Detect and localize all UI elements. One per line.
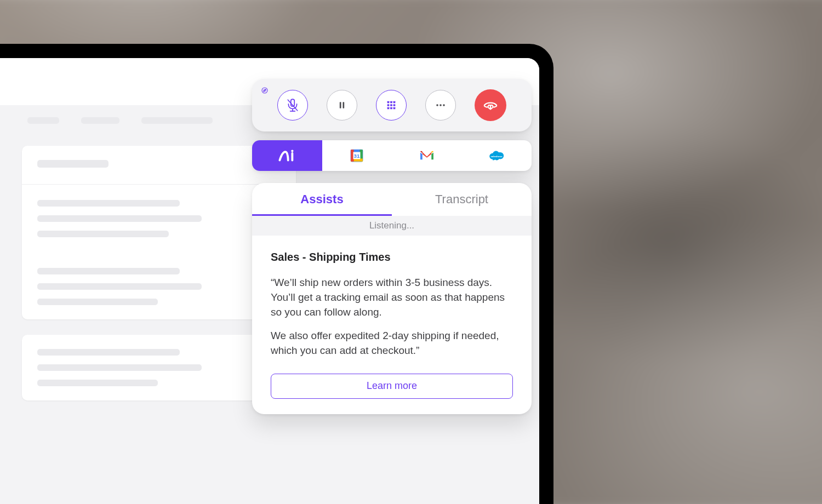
google-calendar-icon: 31 (350, 148, 364, 163)
pause-button[interactable] (327, 90, 357, 121)
placeholder-bar (37, 364, 202, 371)
placeholder-bar (37, 231, 169, 237)
svg-rect-9 (387, 104, 390, 106)
assist-card: Sales - Shipping Times “We’ll ship new o… (252, 236, 532, 399)
listening-status: Listening... (252, 216, 532, 236)
app-screen: 31 salesforce (0, 58, 539, 504)
dialpad-icon (385, 99, 397, 111)
salesforce-icon: salesforce (487, 149, 506, 162)
integration-tab-salesforce[interactable]: salesforce (462, 140, 532, 171)
integration-tab-calendar[interactable]: 31 (322, 140, 392, 171)
microphone-off-icon (286, 98, 300, 112)
device-bezel: 31 salesforce (0, 44, 553, 504)
tab-transcript[interactable]: Transcript (392, 183, 532, 216)
assist-card-paragraph: “We’ll ship new orders within 3-5 busine… (271, 276, 513, 320)
svg-rect-10 (390, 104, 392, 106)
svg-point-15 (436, 104, 438, 106)
pause-icon (336, 100, 347, 111)
svg-point-16 (439, 104, 442, 106)
svg-rect-6 (387, 101, 390, 104)
placeholder-bar (37, 200, 180, 207)
call-control-bar (252, 79, 532, 131)
placeholder-bar (37, 268, 180, 274)
mute-button[interactable] (277, 90, 308, 121)
tab-assists[interactable]: Assists (252, 183, 392, 216)
integration-tabs: 31 salesforce (252, 140, 532, 171)
ai-logo-icon (278, 148, 296, 163)
placeholder-bar (37, 215, 202, 222)
more-options-button[interactable] (425, 90, 456, 121)
svg-text:31: 31 (354, 153, 360, 159)
hangup-button[interactable] (475, 89, 506, 121)
svg-rect-11 (393, 104, 396, 106)
svg-rect-5 (343, 102, 345, 108)
placeholder-bar (37, 380, 158, 386)
placeholder-bar (81, 117, 119, 124)
placeholder-bar (37, 283, 202, 290)
dialpad-button[interactable] (376, 90, 407, 121)
integration-tab-gmail[interactable] (392, 140, 462, 171)
assist-tabs: Assists Transcript (252, 183, 532, 216)
placeholder-bar (141, 117, 213, 124)
svg-rect-14 (393, 107, 396, 110)
svg-rect-4 (340, 102, 341, 108)
placeholder-bar (27, 117, 59, 124)
placeholder-bar (37, 299, 158, 305)
svg-rect-12 (387, 107, 390, 110)
svg-rect-13 (390, 107, 392, 110)
learn-more-button[interactable]: Learn more (271, 374, 513, 399)
gmail-icon (419, 150, 435, 162)
assist-card-paragraph: We also offer expedited 2-day shipping i… (271, 329, 513, 358)
assist-card-title: Sales - Shipping Times (271, 251, 513, 264)
svg-point-17 (443, 104, 445, 106)
svg-text:salesforce: salesforce (491, 155, 503, 158)
phone-hangup-icon (482, 97, 499, 113)
assist-panel: Assists Transcript Listening... Sales - … (252, 183, 532, 414)
svg-rect-7 (390, 101, 392, 104)
placeholder-bar (37, 160, 109, 168)
more-horizontal-icon (434, 99, 447, 112)
svg-rect-8 (393, 101, 396, 104)
expand-icon[interactable] (260, 85, 270, 95)
integration-tab-ai[interactable] (252, 140, 322, 171)
svg-point-19 (291, 150, 293, 152)
placeholder-bar (37, 349, 180, 356)
